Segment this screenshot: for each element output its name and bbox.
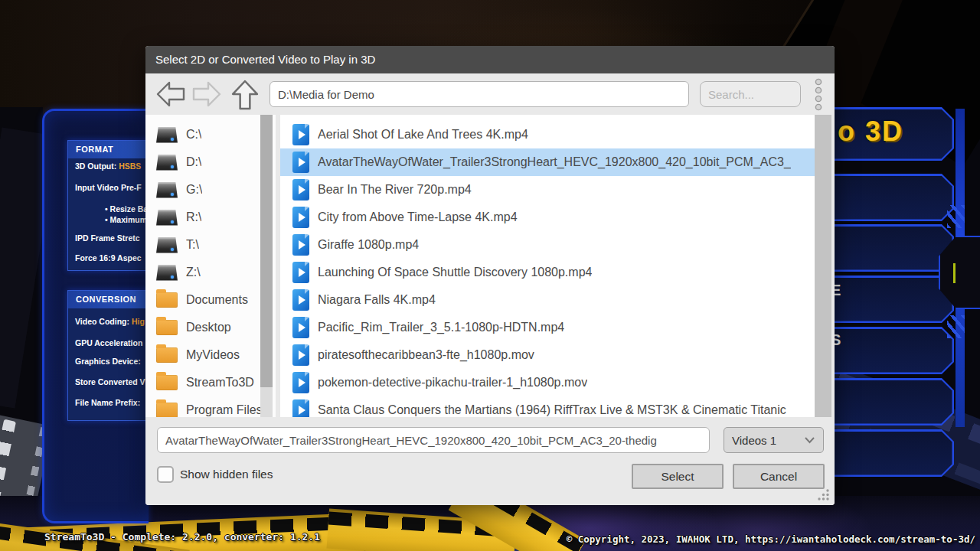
drive-icon bbox=[156, 265, 178, 281]
app-right-rail: o 3D E S bbox=[827, 107, 980, 524]
place-item-folder[interactable]: StreamTo3D bbox=[145, 369, 276, 396]
show-hidden-label: Show hidden files bbox=[180, 468, 273, 481]
file-type-dropdown[interactable]: Videos 1 bbox=[724, 427, 824, 453]
file-item[interactable]: Giraffe 1080p.mp4 bbox=[280, 231, 815, 259]
conversion-row: Graphics Device: bbox=[68, 357, 141, 367]
conversion-row: Video Coding: Hig bbox=[68, 317, 145, 327]
place-item-folder[interactable]: Program Files bbox=[145, 396, 276, 417]
arrow-left-icon bbox=[156, 80, 185, 108]
place-item-folder[interactable]: Documents bbox=[145, 286, 276, 314]
arrow-up-icon bbox=[231, 79, 259, 111]
video-file-icon bbox=[292, 262, 309, 283]
rail-button[interactable] bbox=[827, 174, 954, 221]
rail-chevrons-icon bbox=[947, 205, 965, 228]
place-item-drive[interactable]: T:\ bbox=[145, 231, 276, 259]
video-file-icon bbox=[292, 344, 309, 366]
format-row: • Maximum V bbox=[68, 215, 155, 225]
place-item-drive[interactable]: D:\ bbox=[145, 148, 276, 176]
conversion-row: GPU Acceleration bbox=[68, 338, 142, 348]
drive-icon bbox=[156, 155, 178, 171]
file-dialog: Select 2D or Converted Video to Play in … bbox=[145, 46, 835, 505]
dialog-footer: Videos 1 Show hidden files Select Cancel bbox=[145, 417, 835, 505]
rail-button[interactable] bbox=[827, 378, 954, 425]
file-item[interactable]: Santa Claus Conquers the Martians (1964)… bbox=[280, 396, 815, 417]
place-item-drive[interactable]: Z:\ bbox=[145, 259, 276, 286]
arrow-right-icon bbox=[192, 80, 221, 108]
video-file-icon bbox=[292, 234, 309, 256]
back-button[interactable] bbox=[156, 80, 185, 109]
up-button[interactable] bbox=[231, 79, 260, 108]
place-item-folder[interactable]: MyVideos bbox=[145, 341, 276, 369]
places-scrollbar-thumb[interactable] bbox=[260, 115, 273, 387]
file-item[interactable]: piratesofthecaribbean3-fte_h1080p.mov bbox=[280, 341, 815, 369]
dialog-toolbar bbox=[145, 73, 835, 115]
places-panel: C:\ D:\ G:\ R:\ T:\ Z:\ Documents Deskto… bbox=[145, 115, 276, 417]
file-item[interactable]: City from Above Time-Lapse 4K.mp4 bbox=[280, 204, 815, 231]
video-file-icon bbox=[292, 152, 309, 173]
file-list: Aerial Shot Of Lake And Trees 4K.mp4 Ava… bbox=[280, 115, 831, 417]
file-item[interactable]: pokemon-detective-pikachu-trailer-1_h108… bbox=[280, 369, 815, 396]
rail-chevrons2-icon bbox=[947, 315, 965, 338]
video-file-icon bbox=[292, 179, 309, 201]
file-list-scrollbar-thumb[interactable] bbox=[815, 115, 831, 417]
select-button[interactable]: Select bbox=[632, 464, 724, 489]
dialog-main: C:\ D:\ G:\ R:\ T:\ Z:\ Documents Deskto… bbox=[145, 115, 835, 417]
folder-icon bbox=[156, 403, 178, 417]
conversion-row: File Name Prefix: bbox=[68, 398, 140, 408]
drive-icon bbox=[156, 210, 178, 226]
resize-grip[interactable] bbox=[816, 487, 830, 501]
rail-hexagon-indicator bbox=[953, 263, 956, 283]
rail-button[interactable] bbox=[827, 327, 954, 374]
screen: FORMAT 3D Output: HSBS Input Video Pre-F… bbox=[0, 0, 980, 551]
format-row: IPD Frame Stretc bbox=[68, 233, 140, 243]
place-item-drive[interactable]: C:\ bbox=[145, 121, 276, 148]
format-row: Input Video Pre-F bbox=[68, 183, 142, 193]
format-row: 3D Output: HSBS bbox=[68, 161, 141, 171]
drive-icon bbox=[156, 237, 178, 253]
rail-button[interactable] bbox=[827, 429, 954, 477]
folder-icon bbox=[156, 292, 178, 308]
video-file-icon bbox=[292, 289, 309, 311]
video-file-icon bbox=[292, 399, 309, 417]
cancel-button[interactable]: Cancel bbox=[733, 464, 825, 489]
drive-icon bbox=[156, 127, 178, 143]
video-file-icon bbox=[292, 124, 309, 145]
resize-grip-icon bbox=[816, 487, 830, 501]
status-copyright-text: © Copyright, 2023, IWAHOK LTD, https://i… bbox=[567, 533, 975, 545]
folder-icon bbox=[156, 347, 178, 363]
drive-icon bbox=[156, 182, 178, 198]
file-item[interactable]: Bear In The River 720p.mp4 bbox=[280, 176, 815, 204]
file-item-selected[interactable]: AvatarTheWayOfWater_Trailer3StrongHeart_… bbox=[280, 148, 815, 176]
rail-button[interactable] bbox=[827, 276, 954, 323]
search-input[interactable] bbox=[700, 81, 801, 107]
place-item-drive[interactable]: G:\ bbox=[145, 176, 276, 204]
path-input[interactable] bbox=[270, 81, 689, 107]
file-item[interactable]: Pacific_Rim_Trailer_3_5.1-1080p-HDTN.mp4 bbox=[280, 314, 815, 341]
file-item[interactable]: Aerial Shot Of Lake And Trees 4K.mp4 bbox=[280, 121, 815, 148]
video-file-icon bbox=[292, 207, 309, 228]
show-hidden-checkbox[interactable] bbox=[157, 466, 174, 483]
conversion-row: Store Converted V bbox=[68, 377, 145, 387]
app-title-fragment: o 3D bbox=[838, 116, 903, 148]
file-list-scrollbar[interactable] bbox=[815, 115, 831, 417]
video-file-icon bbox=[292, 372, 309, 393]
forward-button[interactable] bbox=[192, 80, 221, 109]
dialog-title: Select 2D or Converted Video to Play in … bbox=[145, 46, 835, 73]
filename-input[interactable] bbox=[157, 427, 710, 453]
chevron-down-icon bbox=[804, 436, 815, 444]
file-item[interactable]: Niagara Falls 4K.mp4 bbox=[280, 286, 815, 314]
folder-icon bbox=[156, 320, 178, 335]
format-row: • Resize Bas bbox=[68, 204, 152, 214]
places-scrollbar[interactable] bbox=[260, 115, 273, 417]
file-item[interactable]: Launching Of Space Shuttle Discovery 108… bbox=[280, 259, 815, 286]
format-row: Force 16:9 Aspec bbox=[68, 253, 142, 263]
file-type-value: Videos 1 bbox=[732, 434, 776, 447]
video-file-icon bbox=[292, 317, 309, 338]
place-item-folder[interactable]: Desktop bbox=[145, 314, 276, 341]
options-menu-button[interactable] bbox=[812, 78, 825, 112]
kebab-dots-icon bbox=[812, 78, 825, 112]
place-item-drive[interactable]: R:\ bbox=[145, 204, 276, 231]
folder-icon bbox=[156, 375, 178, 390]
status-version-text: StreamTo3D - Complete: 2.2.0, converter:… bbox=[44, 531, 320, 543]
rail-button[interactable] bbox=[827, 224, 954, 272]
